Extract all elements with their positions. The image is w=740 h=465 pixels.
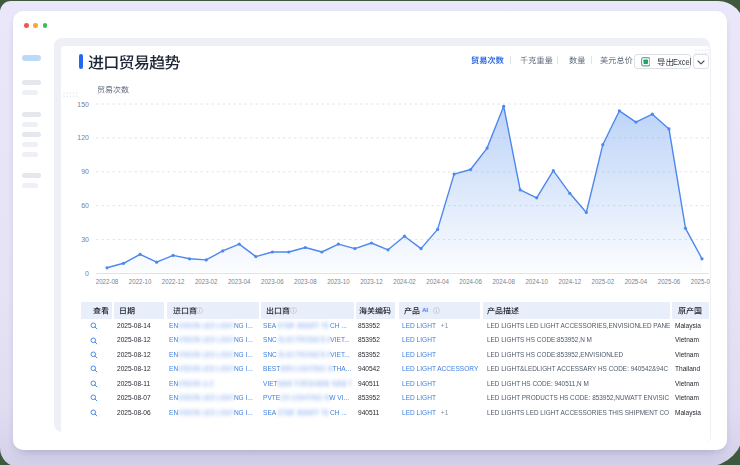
svg-text:2025-08: 2025-08 xyxy=(691,278,710,285)
svg-text:2024-08: 2024-08 xyxy=(492,278,515,285)
svg-text:2023-04: 2023-04 xyxy=(228,278,251,285)
svg-text:2024-12: 2024-12 xyxy=(559,278,582,285)
svg-text:0: 0 xyxy=(85,270,89,277)
svg-text:2025-06: 2025-06 xyxy=(658,278,681,285)
svg-text:2023-10: 2023-10 xyxy=(327,278,350,285)
svg-text:2025-02: 2025-02 xyxy=(592,278,615,285)
svg-text:2024-02: 2024-02 xyxy=(393,278,416,285)
svg-text:2023-12: 2023-12 xyxy=(360,278,383,285)
svg-text:2022-08: 2022-08 xyxy=(96,278,119,285)
svg-text:30: 30 xyxy=(81,236,89,243)
svg-text:150: 150 xyxy=(77,101,89,108)
svg-text:2024-06: 2024-06 xyxy=(459,278,482,285)
svg-text:60: 60 xyxy=(81,202,89,209)
svg-text:90: 90 xyxy=(81,168,89,175)
svg-text:2022-12: 2022-12 xyxy=(162,278,185,285)
svg-text:2024-10: 2024-10 xyxy=(525,278,548,285)
svg-text:2022-10: 2022-10 xyxy=(129,278,152,285)
svg-text:2025-04: 2025-04 xyxy=(625,278,648,285)
svg-text:2023-02: 2023-02 xyxy=(195,278,218,285)
svg-text:2024-04: 2024-04 xyxy=(426,278,449,285)
svg-text:2023-08: 2023-08 xyxy=(294,278,317,285)
svg-text:2023-06: 2023-06 xyxy=(261,278,284,285)
svg-text:120: 120 xyxy=(77,134,89,141)
